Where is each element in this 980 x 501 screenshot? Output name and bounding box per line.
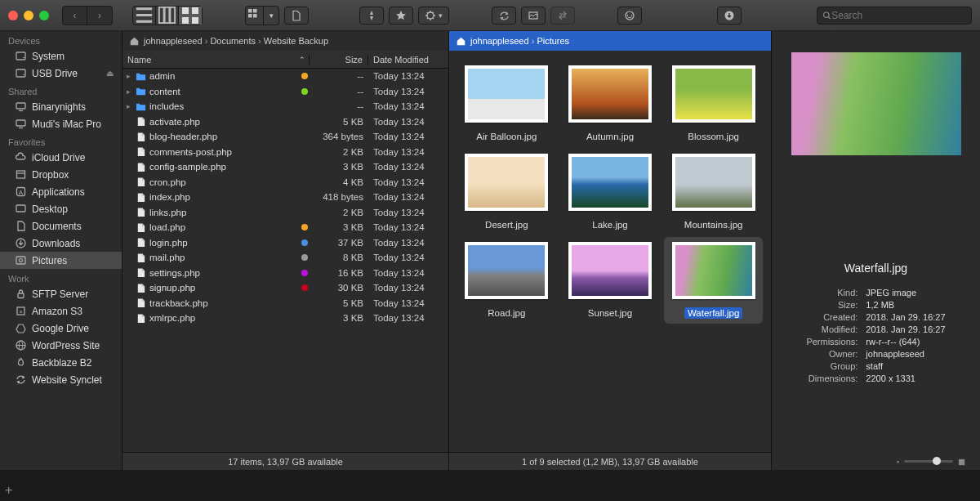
tag-dot	[301, 270, 308, 276]
file-row[interactable]: xmlrpc.php 3 KB Today 13:24	[122, 311, 448, 326]
actions-button[interactable]: ▾	[418, 7, 449, 25]
column-name[interactable]: Name⌃	[122, 55, 310, 65]
thumbnail-item[interactable]: Air Balloon.jpg	[457, 65, 556, 142]
file-row[interactable]: index.php 418 bytes Today 13:24	[122, 190, 448, 205]
sidebar-item-backblaze-b2[interactable]: Backblaze B2	[0, 354, 122, 371]
file-row[interactable]: signup.php 30 KB Today 13:24	[122, 280, 448, 296]
thumbnail-item[interactable]: Mountains.jpg	[664, 154, 763, 230]
terminal-button[interactable]	[617, 7, 642, 25]
gdrive-icon	[15, 322, 27, 334]
svg-point-33	[824, 11, 829, 16]
svg-rect-20	[170, 7, 175, 23]
forward-button[interactable]: ›	[87, 7, 112, 25]
sidebar-item-pictures[interactable]: Pictures	[0, 252, 122, 269]
grid-dropdown-icon[interactable]: ▾	[264, 7, 278, 25]
thumbnail-grid: Air Balloon.jpg Autumn.jpg Blossom.jpg D…	[449, 51, 771, 452]
file-row[interactable]: activate.php 5 KB Today 13:24	[122, 114, 448, 130]
thumbnail-item[interactable]: Waterfall.jpg	[664, 237, 763, 324]
sidebar-item-website-synclet[interactable]: Website Synclet	[0, 371, 122, 388]
search-icon	[822, 11, 831, 20]
thumbnail-label: Desert.jpg	[482, 219, 531, 230]
file-row[interactable]: settings.php 16 KB Today 13:24	[122, 266, 448, 281]
maximize-button[interactable]	[39, 11, 49, 20]
sidebar-header: Devices	[0, 31, 122, 47]
sidebar-item-documents[interactable]: Documents	[0, 217, 122, 235]
favorite-button[interactable]	[389, 7, 413, 25]
info-key: Group:	[806, 361, 858, 371]
preview-button[interactable]	[521, 7, 546, 25]
svg-rect-23	[182, 17, 189, 24]
column-date[interactable]: Date Modified	[368, 55, 448, 65]
thumbnail-label: Mountains.jpg	[681, 219, 746, 230]
preview-pane: Waterfall.jpg Kind:JPEG imageSize:1,2 MB…	[772, 31, 980, 470]
sidebar-item-binarynights[interactable]: Binarynights	[0, 98, 122, 115]
thumbnail-item[interactable]: Blossom.jpg	[664, 65, 763, 142]
sidebar-item-sftp-server[interactable]: SFTP Server	[0, 285, 122, 302]
aws-icon	[15, 305, 27, 317]
thumbnail-item[interactable]: Road.jpg	[457, 242, 556, 319]
right-breadcrumb[interactable]: johnappleseed › Pictures	[449, 31, 771, 51]
view-list-icon[interactable]	[133, 7, 156, 25]
thumbnail-item[interactable]: Lake.jpg	[561, 154, 660, 230]
info-value: JPEG image	[866, 288, 945, 297]
info-value: rw-r--r-- (644)	[866, 337, 945, 347]
file-row[interactable]: links.php 2 KB Today 13:24	[122, 205, 448, 221]
sidebar-item-icloud-drive[interactable]: iCloud Drive	[0, 149, 122, 166]
sidebar-item-downloads[interactable]: Downloads	[0, 235, 122, 252]
file-row[interactable]: cron.php 4 KB Today 13:24	[122, 175, 448, 190]
thumbnail-item[interactable]: Sunset.jpg	[561, 242, 660, 319]
file-icon	[136, 132, 146, 142]
sidebar-item-mudi-s-imac-pro[interactable]: Mudi's iMac Pro	[0, 115, 122, 132]
eject-icon[interactable]: ⏏	[106, 69, 114, 78]
file-row[interactable]: login.php 37 KB Today 13:24	[122, 235, 448, 251]
file-row[interactable]: blog-header.php 364 bytes Today 13:24	[122, 129, 448, 145]
thumb-size-slider[interactable]: ▪ ■	[889, 454, 973, 468]
sidebar-item-desktop[interactable]: Desktop	[0, 200, 122, 217]
sidebar-item-system[interactable]: System	[0, 47, 122, 65]
folder-icon	[136, 71, 146, 82]
grid-size-icon[interactable]	[246, 7, 264, 25]
file-row[interactable]: ▸ admin -- Today 13:24	[122, 69, 448, 84]
view-grid-icon[interactable]	[179, 7, 202, 25]
file-row[interactable]: ▸ includes -- Today 13:24	[122, 99, 448, 114]
file-row[interactable]: comments-post.php 2 KB Today 13:24	[122, 145, 448, 160]
minimize-button[interactable]	[24, 11, 33, 20]
file-row[interactable]: mail.php 8 KB Today 13:24	[122, 250, 448, 266]
left-breadcrumb[interactable]: johnappleseed › Documents › Website Back…	[122, 31, 448, 51]
window-controls	[8, 11, 49, 20]
sidebar-item-dropbox[interactable]: Dropbox	[0, 166, 122, 183]
thumbnail-item[interactable]: Desert.jpg	[457, 154, 556, 230]
new-file-button[interactable]	[284, 7, 309, 25]
file-row[interactable]: config-sample.php 3 KB Today 13:24	[122, 159, 448, 175]
thumbnail-label: Autumn.jpg	[583, 131, 637, 142]
sidebar-item-amazon-s3[interactable]: Amazon S3	[0, 302, 122, 320]
file-row[interactable]: ▸ content -- Today 13:24	[122, 84, 448, 100]
sidebar-item-wordpress-site[interactable]: WordPress Site	[0, 337, 122, 354]
add-button[interactable]: +	[5, 483, 12, 498]
sidebar-item-applications[interactable]: Applications	[0, 183, 122, 200]
sidebar-item-usb-drive[interactable]: USB Drive⏏	[0, 65, 122, 82]
back-button[interactable]: ‹	[63, 7, 87, 25]
column-size[interactable]: Size	[310, 55, 368, 65]
close-button[interactable]	[8, 11, 18, 20]
search-box[interactable]	[817, 7, 972, 25]
sidebar-header: Favorites	[0, 132, 122, 149]
transfer-button[interactable]	[550, 7, 575, 25]
slider-small-icon: ▪	[897, 458, 899, 466]
activity-button[interactable]	[717, 7, 742, 25]
cloud-icon	[15, 151, 27, 163]
svg-rect-19	[165, 7, 170, 23]
hdd-icon	[15, 67, 27, 79]
search-input[interactable]	[831, 10, 966, 21]
svg-rect-26	[253, 9, 257, 13]
thumbnail-item[interactable]: Autumn.jpg	[561, 65, 660, 142]
thumbnail-image	[572, 69, 648, 119]
file-row[interactable]: trackback.php 5 KB Today 13:24	[122, 296, 448, 311]
view-columns-icon[interactable]	[156, 7, 179, 25]
file-icon	[136, 313, 146, 324]
sync-button[interactable]	[492, 7, 516, 25]
quick-open-button[interactable]	[359, 7, 384, 25]
file-icon	[136, 237, 146, 248]
sidebar-item-google-drive[interactable]: Google Drive	[0, 320, 122, 337]
file-row[interactable]: load.php 3 KB Today 13:24	[122, 220, 448, 235]
